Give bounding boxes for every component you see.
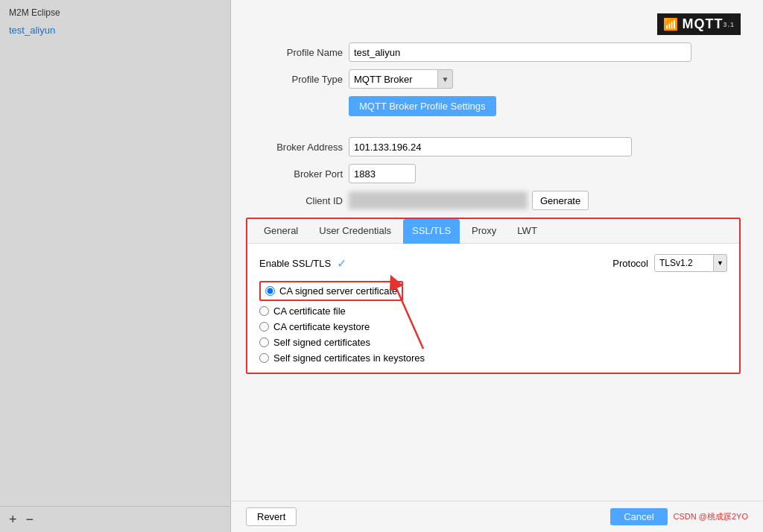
main-panel: 📶 MQTT3.1 Profile Name Profile Type MQTT… bbox=[231, 0, 763, 532]
broker-port-input[interactable] bbox=[349, 164, 416, 183]
remove-profile-button[interactable]: − bbox=[26, 513, 34, 526]
bottom-bar: Revert Cancel CSDN @桃成蹊2YO bbox=[231, 501, 763, 532]
mqtt-logo: 📶 MQTT3.1 bbox=[657, 13, 741, 35]
bottom-right: Cancel CSDN @桃成蹊2YO bbox=[610, 508, 748, 525]
client-id-label: Client ID bbox=[246, 195, 343, 206]
profile-type-row: Profile Type MQTT Broker ▼ bbox=[246, 69, 741, 89]
ca-file-radio-item[interactable]: CA certificate file bbox=[259, 305, 727, 317]
protocol-dropdown-arrow[interactable]: ▼ bbox=[714, 254, 727, 272]
mqtt-signal-icon: 📶 bbox=[663, 17, 679, 31]
sidebar: M2M Eclipse test_aliyun + − bbox=[0, 0, 231, 532]
ca-keystore-radio[interactable] bbox=[259, 322, 269, 332]
cancel-button[interactable]: Cancel bbox=[610, 508, 667, 525]
ca-signed-option-highlighted: CA signed server certificate bbox=[259, 281, 403, 301]
tabs-header: General User Credentials SSL/TLS Proxy L… bbox=[247, 219, 739, 244]
broker-settings-row: MQTT Broker Profile Settings bbox=[246, 96, 741, 127]
sidebar-item-test-aliyun[interactable]: test_aliyun bbox=[0, 22, 230, 38]
ca-signed-label: CA signed server certificate bbox=[279, 285, 397, 297]
app-title: M2M Eclipse bbox=[0, 0, 230, 22]
profile-type-dropdown-arrow[interactable]: ▼ bbox=[438, 69, 453, 89]
client-id-row: Client ID Generate bbox=[246, 191, 741, 210]
self-signed-keystores-radio[interactable] bbox=[259, 353, 269, 363]
self-signed-radio-item[interactable]: Self signed certificates bbox=[259, 337, 727, 348]
generate-button[interactable]: Generate bbox=[532, 191, 589, 210]
tabs-panel: General User Credentials SSL/TLS Proxy L… bbox=[246, 218, 741, 374]
csdn-watermark: CSDN @桃成蹊2YO bbox=[674, 511, 748, 522]
client-id-blurred bbox=[349, 191, 528, 209]
protocol-select-wrapper: TLSv1.2 TLSv1.1 TLSv1.0 ▼ bbox=[654, 254, 727, 272]
self-signed-keystores-radio-item[interactable]: Self signed certificates in keystores bbox=[259, 352, 727, 364]
ca-file-radio[interactable] bbox=[259, 306, 269, 316]
tab-ssl-tls[interactable]: SSL/TLS bbox=[403, 219, 460, 244]
profile-name-row: Profile Name bbox=[246, 42, 741, 62]
broker-address-input[interactable] bbox=[349, 137, 632, 156]
broker-address-row: Broker Address bbox=[246, 137, 741, 156]
ssl-enable-row: Enable SSL/TLS ✓ Protocol TLSv1.2 TLSv1.… bbox=[259, 254, 727, 272]
self-signed-label: Self signed certificates bbox=[273, 337, 370, 348]
profile-name-input[interactable] bbox=[349, 42, 691, 62]
enable-ssl-label: Enable SSL/TLS bbox=[259, 258, 331, 269]
tab-proxy[interactable]: Proxy bbox=[463, 219, 505, 244]
ca-file-label: CA certificate file bbox=[273, 305, 346, 317]
sidebar-footer: + − bbox=[0, 506, 230, 532]
ssl-left: Enable SSL/TLS ✓ bbox=[259, 256, 346, 270]
ssl-enabled-checkmark: ✓ bbox=[337, 256, 346, 270]
ca-signed-radio[interactable] bbox=[265, 286, 275, 296]
profile-type-label: Profile Type bbox=[246, 74, 343, 85]
mqtt-version: 3.1 bbox=[723, 21, 735, 28]
broker-port-row: Broker Port bbox=[246, 164, 741, 183]
tab-lwt[interactable]: LWT bbox=[508, 219, 545, 244]
profile-type-select-wrapper: MQTT Broker ▼ bbox=[349, 69, 453, 89]
ca-keystore-radio-item[interactable]: CA certificate keystore bbox=[259, 321, 727, 332]
protocol-select[interactable]: TLSv1.2 TLSv1.1 TLSv1.0 bbox=[654, 254, 714, 272]
broker-port-label: Broker Port bbox=[246, 168, 343, 180]
mqtt-text: MQTT bbox=[682, 16, 723, 32]
revert-button[interactable]: Revert bbox=[246, 507, 297, 526]
ssl-tls-content: Enable SSL/TLS ✓ Protocol TLSv1.2 TLSv1.… bbox=[247, 244, 739, 373]
certificate-type-group: CA signed server certificate CA certific… bbox=[259, 281, 727, 364]
main-content: 📶 MQTT3.1 Profile Name Profile Type MQTT… bbox=[231, 0, 763, 501]
ssl-right: Protocol TLSv1.2 TLSv1.1 TLSv1.0 ▼ bbox=[612, 254, 727, 272]
self-signed-radio[interactable] bbox=[259, 338, 269, 347]
broker-settings-button[interactable]: MQTT Broker Profile Settings bbox=[349, 96, 496, 116]
ca-signed-radio-item[interactable]: CA signed server certificate bbox=[265, 285, 397, 297]
tab-user-credentials[interactable]: User Credentials bbox=[310, 219, 400, 244]
profile-type-select[interactable]: MQTT Broker bbox=[349, 69, 438, 89]
tab-general[interactable]: General bbox=[255, 219, 307, 244]
self-signed-keystores-label: Self signed certificates in keystores bbox=[273, 352, 425, 364]
header-logo-row: 📶 MQTT3.1 bbox=[246, 13, 741, 35]
broker-address-label: Broker Address bbox=[246, 142, 343, 153]
ca-keystore-label: CA certificate keystore bbox=[273, 321, 370, 332]
protocol-label: Protocol bbox=[612, 258, 648, 269]
profile-name-label: Profile Name bbox=[246, 47, 343, 58]
add-profile-button[interactable]: + bbox=[9, 513, 17, 526]
